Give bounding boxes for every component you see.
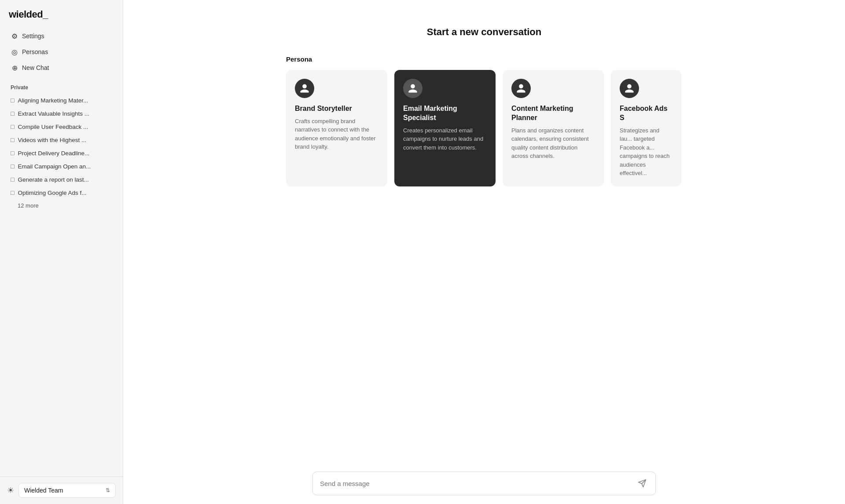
nav-label-settings: Settings bbox=[22, 33, 44, 40]
chat-label-7: Generate a report on last... bbox=[18, 176, 88, 183]
persona-avatar-email-marketing bbox=[403, 79, 422, 98]
chat-item-2[interactable]: □ Extract Valuable Insights ... bbox=[7, 107, 116, 120]
persona-name-content-marketing: Content Marketing Planner bbox=[511, 104, 595, 123]
chat-icon-5: □ bbox=[11, 150, 14, 157]
user-icon bbox=[299, 83, 310, 94]
chat-label-5: Project Delivery Deadline... bbox=[18, 150, 89, 157]
persona-avatar-facebook-ads bbox=[620, 79, 639, 98]
new-chat-icon: ⊕ bbox=[11, 64, 18, 72]
chat-label-3: Compile User Feedback ... bbox=[18, 124, 88, 130]
chat-label-6: Email Campaign Open an... bbox=[18, 163, 91, 170]
nav-item-personas[interactable]: ◎ Personas bbox=[7, 45, 116, 59]
sidebar: wielded_ ⚙ Settings ◎ Personas ⊕ New Cha… bbox=[0, 0, 123, 504]
user-icon-3 bbox=[516, 83, 526, 94]
persona-card-brand-storyteller[interactable]: Brand Storyteller Crafts compelling bran… bbox=[286, 70, 387, 186]
main-content: Start a new conversation Persona Brand S… bbox=[123, 0, 845, 504]
chat-icon-7: □ bbox=[11, 176, 14, 183]
persona-section: Persona Brand Storyteller Crafts compell… bbox=[286, 55, 682, 186]
settings-icon: ⚙ bbox=[11, 32, 18, 40]
chat-list: □ Aligning Marketing Mater... □ Extract … bbox=[0, 92, 123, 476]
persona-desc-email-marketing: Creates personalized email campaigns to … bbox=[403, 126, 487, 152]
persona-name-brand-storyteller: Brand Storyteller bbox=[295, 104, 378, 113]
sidebar-footer: ☀ Wielded Team ⇅ bbox=[0, 476, 123, 504]
send-button[interactable] bbox=[636, 477, 648, 489]
chat-item-8[interactable]: □ Optimizing Google Ads f... bbox=[7, 186, 116, 199]
theme-toggle-icon[interactable]: ☀ bbox=[7, 486, 14, 495]
persona-avatar-content-marketing bbox=[511, 79, 531, 98]
persona-name-email-marketing: Email Marketing Specialist bbox=[403, 104, 487, 123]
chat-icon-1: □ bbox=[11, 97, 14, 104]
persona-avatar-brand-storyteller bbox=[295, 79, 314, 98]
chat-label-1: Aligning Marketing Mater... bbox=[18, 97, 88, 104]
chat-label-8: Optimizing Google Ads f... bbox=[18, 190, 86, 196]
persona-section-label: Persona bbox=[286, 55, 682, 63]
chat-item-7[interactable]: □ Generate a report on last... bbox=[7, 173, 116, 186]
chat-item-4[interactable]: □ Videos with the Highest ... bbox=[7, 134, 116, 146]
chat-icon-8: □ bbox=[11, 189, 14, 196]
main-footer bbox=[123, 464, 845, 504]
chats-section-label: Private bbox=[0, 79, 123, 92]
persona-card-email-marketing[interactable]: Email Marketing Specialist Creates perso… bbox=[394, 70, 496, 186]
app-logo: wielded_ bbox=[0, 0, 123, 25]
message-input-wrapper bbox=[312, 471, 656, 495]
nav-label-new-chat: New Chat bbox=[22, 64, 49, 71]
team-name: Wielded Team bbox=[24, 487, 63, 494]
persona-desc-brand-storyteller: Crafts compelling brand narratives to co… bbox=[295, 117, 378, 151]
message-input[interactable] bbox=[320, 480, 636, 487]
nav-item-new-chat[interactable]: ⊕ New Chat bbox=[7, 61, 116, 75]
persona-card-facebook-ads[interactable]: Facebook Ads S Strategizes and lau... ta… bbox=[611, 70, 681, 186]
chat-item-6[interactable]: □ Email Campaign Open an... bbox=[7, 160, 116, 172]
chat-label-4: Videos with the Highest ... bbox=[18, 137, 86, 143]
persona-desc-facebook-ads: Strategizes and lau... targeted Facebook… bbox=[620, 126, 672, 178]
persona-name-facebook-ads: Facebook Ads S bbox=[620, 104, 672, 123]
chat-label-2: Extract Valuable Insights ... bbox=[18, 110, 89, 117]
chat-item-5[interactable]: □ Project Delivery Deadline... bbox=[7, 147, 116, 159]
nav-item-settings[interactable]: ⚙ Settings bbox=[7, 29, 116, 43]
persona-desc-content-marketing: Plans and organizes content calendars, e… bbox=[511, 126, 595, 161]
user-icon-2 bbox=[408, 83, 418, 94]
chat-item-3[interactable]: □ Compile User Feedback ... bbox=[7, 121, 116, 133]
main-body: Start a new conversation Persona Brand S… bbox=[123, 0, 845, 464]
user-icon-4 bbox=[624, 83, 635, 94]
send-icon bbox=[638, 479, 647, 488]
chat-icon-6: □ bbox=[11, 163, 14, 170]
chat-icon-2: □ bbox=[11, 110, 14, 117]
sidebar-nav: ⚙ Settings ◎ Personas ⊕ New Chat bbox=[0, 25, 123, 79]
personas-icon: ◎ bbox=[11, 48, 18, 56]
more-chats-link[interactable]: 12 more bbox=[7, 200, 116, 212]
chat-item-1[interactable]: □ Aligning Marketing Mater... bbox=[7, 94, 116, 106]
nav-label-personas: Personas bbox=[22, 48, 48, 55]
page-title: Start a new conversation bbox=[427, 26, 541, 38]
team-selector-chevron-icon: ⇅ bbox=[106, 487, 110, 493]
persona-card-content-marketing[interactable]: Content Marketing Planner Plans and orga… bbox=[503, 70, 604, 186]
chat-icon-3: □ bbox=[11, 123, 14, 130]
persona-cards-list: Brand Storyteller Crafts compelling bran… bbox=[286, 70, 682, 186]
team-selector[interactable]: Wielded Team ⇅ bbox=[18, 483, 116, 498]
chat-icon-4: □ bbox=[11, 136, 14, 143]
